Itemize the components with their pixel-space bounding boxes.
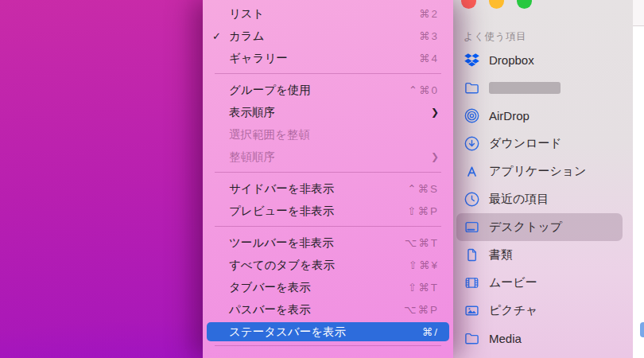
finder-content-area: [633, 0, 644, 358]
sidebar-item-documents[interactable]: 書類: [456, 241, 623, 269]
menu-item-label: すべてのタブを表示: [229, 258, 409, 273]
folder-icon: [464, 331, 479, 347]
download-icon: [464, 136, 479, 152]
menu-item-shortcut: ⌥⌘P: [404, 303, 439, 316]
menu-separator: [215, 172, 441, 173]
applications-icon: [464, 164, 479, 180]
sidebar-item-label: ダウンロード: [489, 136, 562, 151]
menu-separator: [215, 345, 441, 346]
menu-item-shortcut: ⌥⌘T: [405, 236, 439, 249]
menu-item-gallery[interactable]: ギャラリー ⌘4 ❯: [207, 47, 449, 69]
sidebar-item-airdrop[interactable]: AirDrop: [456, 102, 623, 130]
zoom-button[interactable]: [517, 0, 532, 9]
menu-item-shortcut: ⇧⌘P: [407, 204, 439, 217]
menu-item-show-tab-bar[interactable]: タブバーを表示 ⇧⌘T ❯: [207, 276, 449, 298]
finder-window: よく使う項目 Dropbox AirDrop ダウンロード アプリケーション 最…: [453, 0, 644, 358]
document-icon: [464, 247, 479, 263]
menu-item-shortcut: ⌘4: [419, 52, 439, 64]
menu-item-use-groups[interactable]: グループを使用 ⌃⌘0 ❯: [207, 79, 449, 101]
sidebar-item-label: ムービー: [489, 275, 537, 290]
finder-sidebar: よく使う項目 Dropbox AirDrop ダウンロード アプリケーション 最…: [453, 0, 633, 358]
menu-item-shortcut: ⌃⌘S: [407, 182, 439, 195]
menu-item-label: ステータスバーを表示: [229, 325, 422, 340]
view-menu-item-list: リスト ⌘2 ❯ ✓ カラム ⌘3 ❯ ギャラリー ⌘4 ❯ グループを使用 ⌃…: [203, 2, 453, 346]
sidebar-item-applications[interactable]: アプリケーション: [456, 158, 623, 185]
menu-item-hide-sidebar[interactable]: サイドバーを非表示 ⌃⌘S ❯: [207, 177, 449, 200]
menu-item-label: ギャラリー: [229, 51, 419, 66]
menu-item-hide-preview[interactable]: プレビューを非表示 ⇧⌘P ❯: [207, 200, 449, 222]
menu-item-shortcut: ⌘2: [419, 7, 439, 20]
window-controls: [461, 0, 532, 9]
sidebar-section-title: よく使う項目: [464, 31, 633, 42]
desktop-icon: [464, 220, 479, 235]
close-button[interactable]: [461, 0, 476, 9]
desktop-screen: よく使う項目 Dropbox AirDrop ダウンロード アプリケーション 最…: [0, 0, 644, 358]
menu-item-label: 表示順序: [229, 105, 426, 120]
menu-item-clean-up-by: 整頓順序 ❯: [207, 146, 449, 168]
clock-icon: [464, 192, 479, 208]
menu-item-label: プレビューを非表示: [229, 204, 407, 219]
sidebar-item-pictures[interactable]: ピクチャ: [456, 297, 623, 325]
submenu-arrow-icon: ❯: [431, 151, 439, 162]
menu-item-label: リスト: [229, 6, 419, 21]
sidebar-item-recents[interactable]: 最近の項目: [456, 185, 623, 213]
sidebar-item-downloads[interactable]: ダウンロード: [456, 130, 623, 158]
sidebar-item-label: AirDrop: [489, 109, 530, 123]
sidebar-item-label: Media: [489, 332, 522, 345]
menu-item-shortcut: ⇧⌘¥: [409, 259, 439, 271]
dropbox-icon: [464, 53, 479, 68]
view-menu-dropdown: リスト ⌘2 ❯ ✓ カラム ⌘3 ❯ ギャラリー ⌘4 ❯ グループを使用 ⌃…: [203, 0, 453, 358]
menu-item-clean-up-selection: 選択範囲を整頓 ❯: [207, 123, 449, 146]
sidebar-item-movies[interactable]: ムービー: [456, 269, 623, 297]
sidebar-item-label: 最近の項目: [489, 192, 549, 207]
folder-icon: [464, 80, 479, 96]
menu-item-label: パスバーを表示: [229, 302, 404, 317]
submenu-arrow-icon: ❯: [431, 107, 439, 118]
menu-item-list[interactable]: リスト ⌘2 ❯: [207, 2, 449, 25]
menu-separator: [215, 73, 441, 74]
menu-item-show-path-bar[interactable]: パスバーを表示 ⌥⌘P ❯: [207, 298, 449, 321]
sidebar-item-label: ピクチャ: [489, 303, 537, 318]
menu-item-shortcut: ⌘3: [419, 29, 439, 42]
menu-item-hide-toolbar[interactable]: ツールバーを非表示 ⌥⌘T ❯: [207, 232, 449, 254]
airdrop-icon: [464, 108, 479, 124]
sidebar-item-label: デスクトップ: [489, 220, 562, 235]
menu-item-columns[interactable]: ✓ カラム ⌘3 ❯: [207, 25, 449, 47]
minimize-button[interactable]: [489, 0, 504, 9]
selected-file-fragment[interactable]: [640, 322, 644, 337]
sidebar-item-label: 書類: [489, 247, 513, 263]
movies-icon: [464, 275, 479, 291]
sidebar-item-redacted[interactable]: [456, 74, 623, 102]
sidebar-item-media[interactable]: Media: [456, 325, 623, 352]
menu-item-label: グループを使用: [229, 83, 409, 98]
menu-item-label: タブバーを表示: [229, 280, 408, 295]
sidebar-item-dropbox[interactable]: Dropbox: [456, 46, 623, 74]
menu-item-shortcut: ⌃⌘0: [409, 84, 439, 96]
menu-item-label: ツールバーを非表示: [229, 235, 405, 251]
menu-separator: [215, 226, 441, 227]
checkmark-icon: ✓: [212, 30, 229, 42]
menu-item-show-status-bar[interactable]: ステータスバーを表示 ⌘/ ❯: [207, 322, 449, 341]
menu-item-label: 選択範囲を整頓: [229, 127, 439, 142]
sidebar-item-desktop[interactable]: デスクトップ: [456, 213, 623, 241]
menu-item-sort-by[interactable]: 表示順序 ❯: [207, 101, 449, 123]
menu-item-label: カラム: [229, 29, 419, 44]
pictures-icon: [464, 303, 479, 319]
sidebar-item-label: Dropbox: [489, 53, 534, 67]
menu-item-shortcut: ⌘/: [422, 325, 439, 338]
sidebar-item-label: アプリケーション: [489, 164, 586, 179]
menu-item-show-all-tabs[interactable]: すべてのタブを表示 ⇧⌘¥ ❯: [207, 254, 449, 276]
sidebar-item-list: Dropbox AirDrop ダウンロード アプリケーション 最近の項目 デス…: [453, 46, 633, 352]
menu-item-shortcut: ⇧⌘T: [408, 281, 439, 294]
menu-item-label: 整頓順序: [229, 150, 426, 165]
menu-item-label: サイドバーを非表示: [229, 181, 407, 197]
finder-toolbar: [633, 0, 644, 26]
redacted-label: [489, 82, 561, 94]
